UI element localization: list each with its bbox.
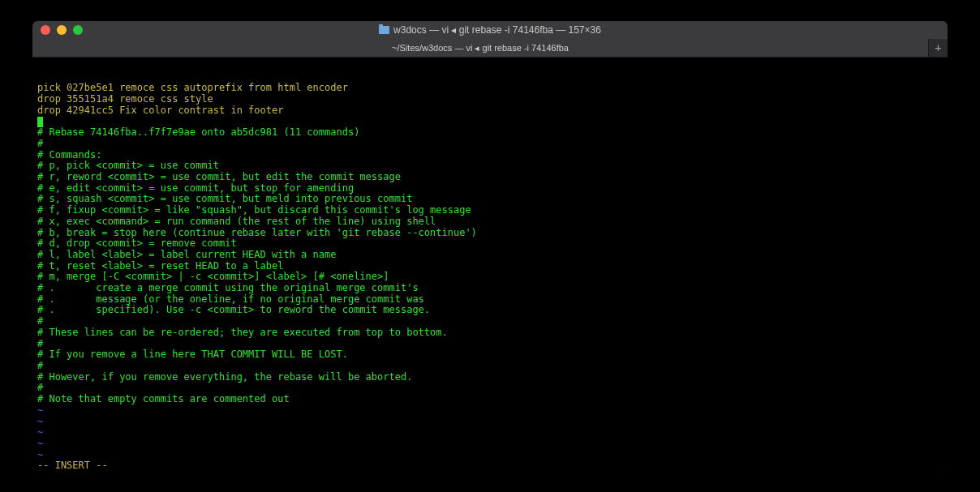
- comment-line: # p, pick <commit> = use commit: [37, 160, 943, 172]
- comment-line: # e, edit <commit> = use commit, but sto…: [37, 183, 943, 195]
- close-button[interactable]: [41, 25, 50, 35]
- add-tab-button[interactable]: +: [928, 39, 948, 57]
- comment-line: # t, reset <label> = reset HEAD to a lab…: [37, 261, 943, 272]
- comment-line: #: [37, 383, 943, 394]
- comment-line: # If you remove a line here THAT COMMIT …: [37, 349, 943, 361]
- rebase-commit-line: drop 42941cc5 Fix color contrast in foot…: [37, 105, 943, 117]
- terminal-content[interactable]: pick 027be5e1 remoce css autoprefix from…: [32, 58, 948, 470]
- comment-line: # r, reword <commit> = use commit, but e…: [37, 172, 943, 183]
- comment-line: # d, drop <commit> = remove commit: [37, 238, 943, 250]
- comment-line: # Rebase 74146fba..f7f7e9ae onto ab5dc98…: [37, 127, 943, 139]
- rebase-commit-line: pick 027be5e1 remoce css autoprefix from…: [37, 83, 943, 94]
- window-title-text: w3docs — vi ◂ git rebase -i 74146fba — 1…: [393, 24, 601, 36]
- comment-line: # . specified). Use -c <commit> to rewor…: [37, 305, 943, 316]
- tabbar: ~/Sites/w3docs — vi ◂ git rebase -i 7414…: [32, 39, 948, 58]
- comment-line: #: [37, 361, 943, 372]
- comment-line: # Note that empty commits are commented …: [37, 394, 943, 405]
- tilde-line: ~: [37, 427, 943, 439]
- comment-line: # m, merge [-C <commit> | -c <commit>] <…: [37, 272, 943, 283]
- tilde-line: ~: [37, 450, 943, 461]
- zoom-button[interactable]: [73, 25, 83, 35]
- window-controls: [32, 25, 83, 35]
- comment-line: # b, break = stop here (continue rebase …: [37, 228, 943, 239]
- tilde-line: ~: [37, 417, 943, 428]
- window-title: w3docs — vi ◂ git rebase -i 74146fba — 1…: [32, 24, 948, 36]
- rebase-commit-line: drop 355151a4 remoce css style: [37, 94, 943, 105]
- comment-line: # However, if you remove everything, the…: [37, 372, 943, 383]
- tab-active[interactable]: ~/Sites/w3docs — vi ◂ git rebase -i 7414…: [32, 39, 928, 57]
- cursor-line: [37, 117, 943, 128]
- tilde-line: ~: [37, 405, 943, 417]
- tilde-line: ~: [37, 439, 943, 450]
- comment-line: # . create a merge commit using the orig…: [37, 283, 943, 294]
- comment-line: # . message (or the oneline, if no origi…: [37, 294, 943, 306]
- comment-line: #: [37, 339, 943, 350]
- comment-line: #: [37, 139, 943, 150]
- folder-icon: [379, 26, 389, 34]
- comment-line: # These lines can be re-ordered; they ar…: [37, 327, 943, 339]
- comment-line: # l, label <label> = label current HEAD …: [37, 250, 943, 261]
- comment-line: # Commands:: [37, 150, 943, 161]
- terminal-window: w3docs — vi ◂ git rebase -i 74146fba — 1…: [32, 21, 948, 470]
- comment-line: # s, squash <commit> = use commit, but m…: [37, 194, 943, 205]
- mode-line: -- INSERT --: [37, 460, 943, 470]
- comment-line: #: [37, 316, 943, 327]
- tab-label: ~/Sites/w3docs — vi ◂ git rebase -i 7414…: [392, 43, 569, 53]
- titlebar[interactable]: w3docs — vi ◂ git rebase -i 74146fba — 1…: [32, 21, 948, 39]
- comment-line: # f, fixup <commit> = like "squash", but…: [37, 205, 943, 216]
- comment-line: # x, exec <command> = run command (the r…: [37, 216, 943, 228]
- minimize-button[interactable]: [57, 25, 67, 35]
